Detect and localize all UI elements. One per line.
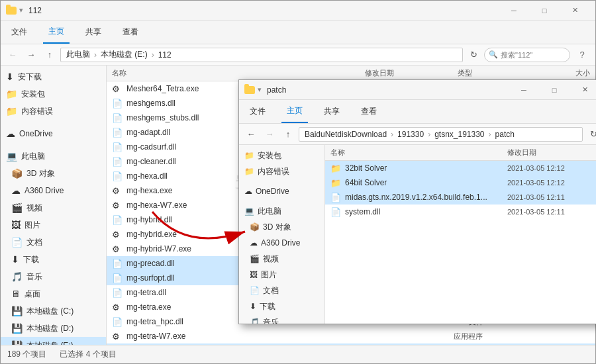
patch-refresh[interactable]: ↻ xyxy=(585,126,596,142)
main-title-bar: ▾ 112 ─ □ ✕ xyxy=(1,1,595,21)
nav-onedrive[interactable]: ☁ OneDrive xyxy=(1,125,106,142)
patch-nav-pictures-icon: 🖼 xyxy=(250,270,258,279)
patch-file-row[interactable]: 📄 midas.gts.nx.2019.v1.2.x64.build.feb.1… xyxy=(325,190,596,205)
patch-file-row[interactable]: 📄 system.dll 2021-03-05 12:11 xyxy=(325,205,596,219)
drive-c-icon: 💾 xyxy=(11,306,23,316)
search-wrapper[interactable]: 🔍 xyxy=(484,48,570,62)
search-input[interactable] xyxy=(484,48,570,62)
nav-3dobjects-label: 3D 对象 xyxy=(26,168,55,179)
nav-errors[interactable]: 📁 内容错误 xyxy=(1,103,106,120)
music-icon: 🎵 xyxy=(11,271,23,282)
nav-music[interactable]: 🎵 音乐 xyxy=(1,268,106,285)
patch-nav-documents-label: 文档 xyxy=(263,285,279,296)
patch-tab-view[interactable]: 查看 xyxy=(356,100,382,123)
nav-downloads[interactable]: ⬇ 安下载 xyxy=(1,68,106,85)
tab-file[interactable]: 文件 xyxy=(6,21,32,44)
patch-file-row[interactable]: 📁 32bit Solver 2021-03-05 12:12 xyxy=(325,161,596,175)
nav-drive-d[interactable]: 💾 本地磁盘 (D:) xyxy=(1,320,106,337)
patch-file-name: system.dll xyxy=(345,207,503,216)
title-bar-icons: ▾ xyxy=(6,5,23,16)
patch-tab-home[interactable]: 主页 xyxy=(281,100,308,123)
nav-packages[interactable]: 📁 安装包 xyxy=(1,85,106,103)
patch-nav-thispc[interactable]: 💻 此电脑 xyxy=(239,203,324,219)
file-icon: ⚙ xyxy=(112,201,123,210)
file-icon: 📄 xyxy=(112,317,123,327)
title-folder-icon xyxy=(6,5,17,16)
nav-videos[interactable]: 🎬 视频 xyxy=(1,199,106,216)
patch-close[interactable]: ✕ xyxy=(570,80,596,100)
nav-errors-label: 内容错误 xyxy=(21,106,53,117)
patch-path-1: BaiduNetdiskDownload xyxy=(305,130,387,139)
status-count: 189 个项目 xyxy=(7,349,46,360)
patch-nav-errors-label: 内容错误 xyxy=(258,166,289,177)
maximize-button[interactable]: □ xyxy=(529,1,560,21)
patch-tab-share[interactable]: 共享 xyxy=(319,100,345,123)
patch-nav-onedrive-label: OneDrive xyxy=(256,187,289,196)
nav-pictures[interactable]: 🖼 图片 xyxy=(1,216,106,234)
forward-button[interactable]: → xyxy=(23,47,39,63)
patch-nav-packages[interactable]: 📁 安装包 xyxy=(239,148,324,163)
patch-nav-pictures[interactable]: 🖼 图片 xyxy=(239,267,324,283)
up-button[interactable]: ↑ xyxy=(42,47,58,63)
refresh-button[interactable]: ↻ xyxy=(466,47,481,63)
patch-minimize[interactable]: ─ xyxy=(509,80,539,100)
file-row[interactable]: ⚙ mg-tetra-W7.exe 应用程序 xyxy=(107,329,595,343)
nav-desktop[interactable]: 🖥 桌面 xyxy=(1,285,106,302)
file-icon: 📄 xyxy=(112,128,123,138)
patch-nav-3d[interactable]: 📦 3D 对象 xyxy=(239,219,324,235)
nav-documents[interactable]: 📄 文档 xyxy=(1,234,106,251)
address-path[interactable]: 此电脑 › 本地磁盘 (E:) › 112 xyxy=(60,48,463,62)
file-icon: 📄 xyxy=(112,99,123,109)
nav-download2[interactable]: ⬇ 下载 xyxy=(1,251,106,268)
back-button[interactable]: ← xyxy=(5,47,21,63)
tab-home[interactable]: 主页 xyxy=(43,21,70,44)
close-button[interactable]: ✕ xyxy=(560,1,590,21)
a360-icon: ☁ xyxy=(11,185,21,196)
patch-nav-onedrive[interactable]: ☁ OneDrive xyxy=(239,183,324,199)
nav-thispc[interactable]: 💻 此电脑 xyxy=(1,148,106,165)
patch-ribbon: 文件 主页 共享 查看 xyxy=(239,100,596,124)
patch-content: 📁 安装包 📁 内容错误 ☁ OneDrive 💻 此电脑 📦 3D 对象 xyxy=(239,145,596,324)
nav-desktop-label: 桌面 xyxy=(25,289,40,300)
patch-nav-errors[interactable]: 📁 内容错误 xyxy=(239,163,324,179)
patch-nav-downloads[interactable]: ⬇ 下载 xyxy=(239,298,324,314)
patch-window-title: patch xyxy=(267,85,509,95)
patch-path-2: 191330 xyxy=(397,130,424,139)
nav-3dobjects[interactable]: 📦 3D 对象 xyxy=(1,165,106,182)
nav-videos-label: 视频 xyxy=(26,203,42,214)
tab-share[interactable]: 共享 xyxy=(80,21,107,44)
nav-thispc-label: 此电脑 xyxy=(21,151,45,162)
nav-a360[interactable]: ☁ A360 Drive xyxy=(1,182,106,199)
minimize-button[interactable]: ─ xyxy=(499,1,529,21)
patch-file-icon: 📄 xyxy=(330,207,341,217)
help-button[interactable]: ? xyxy=(573,47,591,63)
patch-nav-a360-label: A360 Drive xyxy=(261,238,300,248)
patch-nav-videos[interactable]: 🎬 视频 xyxy=(239,251,324,267)
patch-file-date: 2021-03-05 12:12 xyxy=(507,164,596,172)
patch-up[interactable]: ↑ xyxy=(280,126,296,142)
patch-file-row[interactable]: 📁 64bit Solver 2021-03-05 12:12 xyxy=(325,175,596,190)
thispc-icon: 💻 xyxy=(6,151,17,161)
patch-forward[interactable]: → xyxy=(262,126,277,142)
patch-title-icons: ▾ xyxy=(244,85,262,94)
tab-view[interactable]: 查看 xyxy=(117,21,144,44)
patch-nav-thispc-label: 此电脑 xyxy=(258,206,281,217)
patch-path-3: gtsnx_191330 xyxy=(434,130,484,139)
nav-onedrive-label: OneDrive xyxy=(19,129,53,138)
patch-address-path[interactable]: BaiduNetdiskDownload › 191330 › gtsnx_19… xyxy=(299,127,583,142)
file-icon: 📄 xyxy=(112,215,123,225)
patch-file-name: 32bit Solver xyxy=(345,163,503,173)
patch-nav-a360[interactable]: ☁ A360 Drive xyxy=(239,235,324,251)
header-type: 类型 xyxy=(458,68,537,78)
file-icon: 📄 xyxy=(112,288,123,298)
patch-nav-3d-icon: 📦 xyxy=(250,222,260,232)
patch-nav-music[interactable]: 🎵 音乐 xyxy=(239,314,324,324)
file-icon: ⚙ xyxy=(112,244,123,254)
patch-maximize[interactable]: □ xyxy=(539,80,570,100)
patch-back[interactable]: ← xyxy=(243,126,259,142)
file-icon: ⚙ xyxy=(112,332,123,341)
file-type: 应用程序 xyxy=(454,332,533,341)
nav-drive-c[interactable]: 💾 本地磁盘 (C:) xyxy=(1,302,106,320)
patch-nav-documents[interactable]: 📄 文档 xyxy=(239,283,324,298)
patch-tab-file[interactable]: 文件 xyxy=(244,100,271,123)
